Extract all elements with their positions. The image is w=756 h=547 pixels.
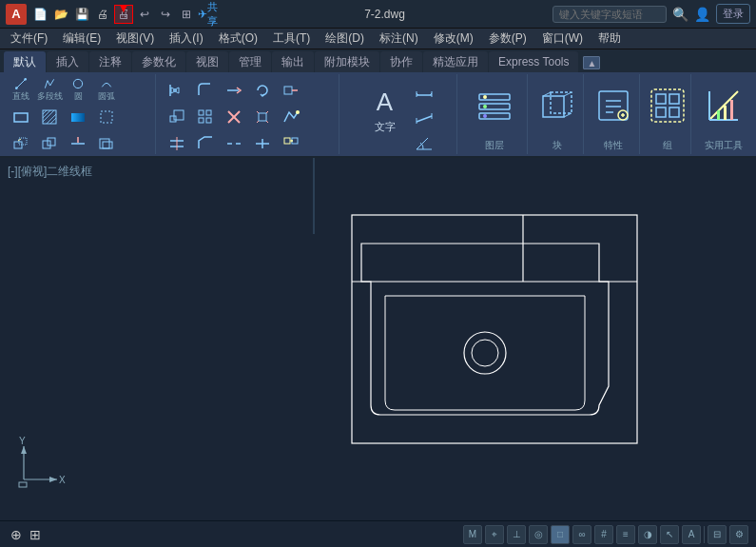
- gradient-tool[interactable]: [65, 105, 91, 129]
- svg-rect-30: [206, 110, 211, 115]
- svg-line-36: [257, 111, 259, 113]
- tab-featured[interactable]: 精选应用: [423, 51, 488, 72]
- svg-rect-88: [717, 110, 720, 120]
- svg-text:X: X: [59, 475, 66, 485]
- break-tool[interactable]: [221, 131, 247, 156]
- menu-window[interactable]: 窗口(W): [535, 29, 590, 49]
- tab-output[interactable]: 输出: [272, 51, 314, 72]
- block-large-icon[interactable]: [538, 87, 576, 131]
- text-tool[interactable]: A 文字: [363, 78, 407, 143]
- workspace-button[interactable]: ⊞: [177, 5, 196, 24]
- share-button[interactable]: ✈ 共享: [198, 5, 217, 24]
- svg-rect-21: [103, 142, 112, 148]
- tab-parametric[interactable]: 参数化: [132, 51, 185, 72]
- tab-express-tools[interactable]: Express Tools: [489, 51, 578, 72]
- redo-button[interactable]: ↪: [156, 5, 175, 24]
- tab-addons[interactable]: 附加模块: [315, 51, 379, 72]
- circle-tool[interactable]: 圆: [65, 78, 91, 103]
- tab-default[interactable]: 默认: [4, 51, 46, 72]
- new-button[interactable]: 📄: [30, 5, 49, 24]
- dim-angular-tool[interactable]: [411, 131, 437, 156]
- print-button[interactable]: 🖨: [93, 5, 112, 24]
- menu-file[interactable]: 文件(F): [4, 29, 54, 49]
- menu-modify[interactable]: 修改(M): [427, 29, 480, 49]
- layer-large-icon[interactable]: [475, 87, 514, 131]
- search-input[interactable]: [552, 6, 667, 23]
- menu-params[interactable]: 参数(P): [482, 29, 533, 49]
- svg-rect-4: [14, 113, 28, 122]
- rect-tool[interactable]: [8, 105, 34, 129]
- mirror-tool[interactable]: [164, 78, 190, 103]
- stretch-tool[interactable]: [278, 78, 304, 103]
- chamfer-tool[interactable]: [192, 131, 219, 156]
- utilities-group-label: 实用工具: [705, 139, 743, 152]
- canvas-area[interactable]: [-][俯视]二维线框 Y X: [0, 158, 756, 520]
- erase-tool[interactable]: [221, 105, 247, 129]
- save-button[interactable]: 💾: [72, 5, 91, 24]
- utilities-large-icon[interactable]: [705, 87, 743, 131]
- dim-aligned-tool[interactable]: [411, 105, 437, 129]
- offset-tool[interactable]: [93, 131, 120, 156]
- properties-large-icon[interactable]: [594, 87, 632, 131]
- trim-ext-tool[interactable]: [164, 131, 190, 156]
- tab-manage[interactable]: 管理: [229, 51, 271, 72]
- menu-insert[interactable]: 插入(I): [163, 29, 209, 49]
- rotate-tool[interactable]: [249, 78, 276, 103]
- fillet-tool[interactable]: [192, 78, 219, 103]
- model-btn[interactable]: M: [463, 525, 482, 544]
- dim-linear-tool[interactable]: [411, 78, 437, 103]
- menu-format[interactable]: 格式(O): [212, 29, 264, 49]
- extend-tool[interactable]: [221, 78, 247, 103]
- matchprop-tool[interactable]: [278, 131, 304, 156]
- group-large-icon[interactable]: [649, 87, 687, 131]
- dynmode-btn[interactable]: #: [594, 525, 613, 544]
- snap-btn[interactable]: ⌖: [485, 525, 504, 544]
- join-tool[interactable]: [249, 131, 276, 156]
- settings-btn[interactable]: ⚙: [729, 525, 748, 544]
- menu-tools[interactable]: 工具(T): [266, 29, 317, 49]
- print-preview-button[interactable]: 🖨 ▼: [114, 5, 133, 24]
- undo-button[interactable]: ↩: [135, 5, 154, 24]
- line-tool[interactable]: 直线: [8, 78, 34, 103]
- tab-annotation[interactable]: 注释: [89, 51, 131, 72]
- search-icon[interactable]: 🔍: [672, 7, 688, 22]
- open-button[interactable]: 📂: [51, 5, 70, 24]
- menu-edit[interactable]: 编辑(E): [56, 29, 107, 49]
- svg-rect-101: [19, 482, 27, 487]
- svg-rect-32: [206, 118, 211, 123]
- scale-tool[interactable]: [164, 105, 190, 129]
- otrack-btn[interactable]: ∞: [572, 525, 591, 544]
- tab-collaborate[interactable]: 协作: [380, 51, 422, 72]
- array-tool[interactable]: [192, 105, 219, 129]
- menu-bar: 文件(F) 编辑(E) 视图(V) 插入(I) 格式(O) 工具(T) 绘图(D…: [0, 29, 756, 49]
- menu-view[interactable]: 视图(V): [109, 29, 161, 49]
- polar-btn[interactable]: ◎: [529, 525, 548, 544]
- login-button[interactable]: 登录: [716, 4, 750, 24]
- copy-tool[interactable]: [36, 131, 63, 156]
- pedit-tool[interactable]: [278, 105, 304, 129]
- explode-tool[interactable]: [249, 105, 276, 129]
- menu-draw[interactable]: 绘图(D): [319, 29, 371, 49]
- osnap-btn[interactable]: □: [551, 525, 570, 544]
- tab-insert[interactable]: 插入: [47, 51, 88, 72]
- ortho-btn[interactable]: ⊥: [507, 525, 526, 544]
- menu-help[interactable]: 帮助: [591, 29, 628, 49]
- ortho-icon[interactable]: ⊞: [27, 526, 44, 543]
- workspace-status-btn[interactable]: ⊟: [708, 525, 727, 544]
- trim-tool[interactable]: [65, 131, 91, 156]
- block-group-label: 块: [552, 139, 562, 152]
- svg-line-7: [43, 110, 50, 118]
- ribbon-minimize-button[interactable]: ▲: [583, 56, 600, 69]
- selection-btn[interactable]: ↖: [660, 525, 679, 544]
- transparency-btn[interactable]: ◑: [638, 525, 657, 544]
- hatch-tool[interactable]: [36, 105, 63, 129]
- arc-tool[interactable]: 圆弧: [93, 78, 120, 103]
- annotscale-btn[interactable]: A: [682, 525, 701, 544]
- boundary-tool[interactable]: [93, 105, 120, 129]
- linewidth-btn[interactable]: ≡: [616, 525, 635, 544]
- move-tool[interactable]: [8, 131, 34, 156]
- menu-dimension[interactable]: 标注(N): [373, 29, 425, 49]
- tab-view[interactable]: 视图: [186, 51, 228, 72]
- polyline-tool[interactable]: 多段线: [36, 78, 63, 103]
- user-icon[interactable]: 👤: [694, 7, 710, 22]
